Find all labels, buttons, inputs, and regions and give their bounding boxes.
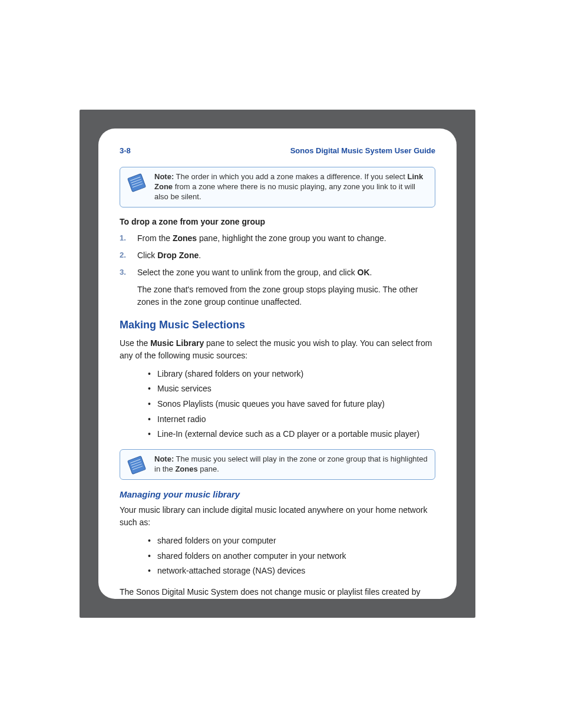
note-box: Note: The order in which you add a zone …	[120, 167, 435, 207]
note-box: Note: The music you select will play in …	[120, 449, 435, 480]
step-item: Select the zone you want to unlink from …	[120, 266, 435, 279]
list-item: Internet radio	[157, 413, 435, 426]
list-item: Sonos Playlists (music queues you have s…	[157, 398, 435, 411]
page-content: 3-8 Sonos Digital Music System User Guid…	[98, 129, 457, 599]
note-icon	[126, 454, 147, 476]
selections-intro: Use the Music Library pane to select the…	[120, 337, 435, 362]
drop-zone-result: The zone that's removed from the zone gr…	[120, 284, 435, 308]
list-item: Line-In (external device such as a CD pl…	[157, 428, 435, 441]
doc-title: Sonos Digital Music System User Guide	[290, 146, 435, 155]
list-item: network-attached storage (NAS) devices	[157, 565, 435, 578]
drop-zone-steps: From the Zones pane, highlight the zone …	[120, 232, 435, 279]
heading-managing-library: Managing your music library	[120, 489, 435, 499]
heading-making-selections: Making Music Selections	[120, 319, 435, 331]
svg-rect-5	[128, 456, 146, 475]
list-item: Music services	[157, 383, 435, 396]
note-text: Note: The order in which you add a zone …	[154, 172, 423, 201]
note-icon	[126, 172, 147, 193]
music-sources-list: Library (shared folders on your network)…	[120, 368, 435, 441]
page-frame: 3-8 Sonos Digital Music System User Guid…	[80, 110, 475, 618]
note-label: Note:	[154, 172, 174, 181]
note-label: Note:	[154, 454, 174, 463]
subheading-drop-zone: To drop a zone from your zone group	[120, 217, 435, 226]
page-number: 3-8	[120, 146, 131, 155]
library-footer: The Sonos Digital Music System does not …	[120, 586, 435, 599]
page-header: 3-8 Sonos Digital Music System User Guid…	[120, 146, 435, 155]
note-text: Note: The music you select will play in …	[154, 454, 428, 473]
library-locations-list: shared folders on your computershared fo…	[120, 535, 435, 578]
list-item: Library (shared folders on your network)	[157, 368, 435, 381]
list-item: shared folders on another computer in yo…	[157, 550, 435, 563]
list-item: shared folders on your computer	[157, 535, 435, 548]
library-intro: Your music library can include digital m…	[120, 504, 435, 529]
svg-rect-0	[128, 174, 146, 192]
step-item: Click Drop Zone.	[120, 249, 435, 262]
page-canvas: 3-8 Sonos Digital Music System User Guid…	[0, 0, 562, 728]
step-item: From the Zones pane, highlight the zone …	[120, 232, 435, 245]
